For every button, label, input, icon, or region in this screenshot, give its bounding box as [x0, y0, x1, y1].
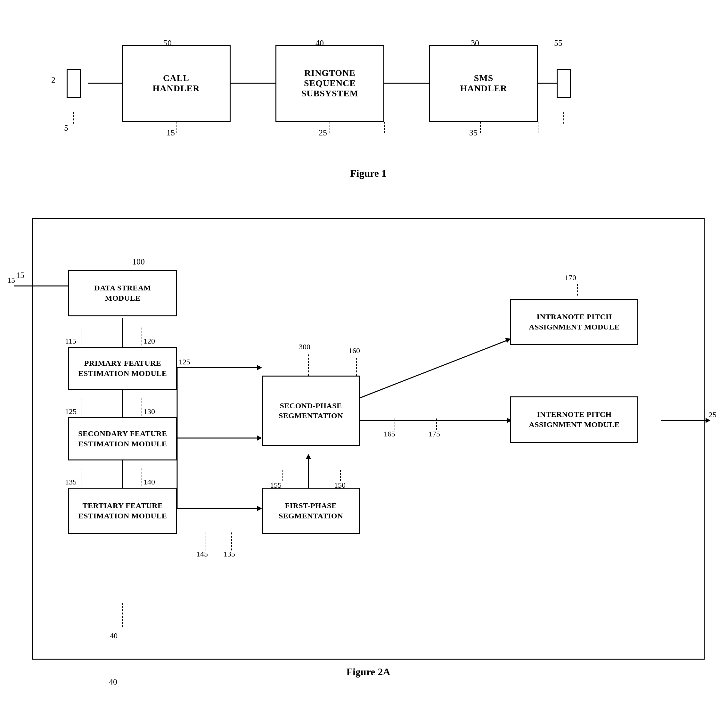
- ref-15: 15: [166, 128, 175, 138]
- svg-marker-40: [257, 506, 262, 511]
- primary-label: PRIMARY FEATUREESTIMATION MODULE: [79, 358, 167, 378]
- svg-marker-46: [306, 454, 311, 459]
- svg-text:145: 145: [196, 550, 208, 558]
- first-phase-segmentation: FIRST-PHASESEGMENTATION: [262, 488, 359, 534]
- internote-label: INTERNOTE PITCHASSIGNMENT MODULE: [529, 410, 619, 429]
- data-stream-label: DATA STREAMMODULE: [94, 283, 151, 303]
- svg-text:130: 130: [143, 407, 155, 416]
- fig2-ref-40: 40: [109, 677, 117, 687]
- ref-2: 2: [51, 75, 56, 85]
- svg-text:160: 160: [349, 347, 360, 355]
- svg-text:165: 165: [384, 430, 395, 438]
- svg-marker-35: [257, 365, 262, 370]
- svg-text:115: 115: [65, 337, 76, 345]
- svg-marker-68: [705, 418, 710, 423]
- svg-text:120: 120: [143, 337, 155, 345]
- svg-text:15: 15: [8, 276, 15, 284]
- intranote-label: INTRANOTE PITCHASSIGNMENT MODULE: [529, 312, 619, 332]
- svg-marker-38: [257, 436, 262, 440]
- second-phase-label: SECOND-PHASESEGMENTATION: [279, 401, 343, 421]
- internote-pitch-module: INTERNOTE PITCHASSIGNMENT MODULE: [510, 397, 638, 443]
- svg-text:135: 135: [65, 478, 77, 486]
- primary-feature-module: PRIMARY FEATUREESTIMATION MODULE: [68, 347, 177, 390]
- ref-35: 35: [469, 128, 477, 138]
- fig1-sms-handler-label: SMS HANDLER: [460, 73, 507, 94]
- fig1-call-handler-box: CALL HANDLER: [122, 45, 231, 122]
- figure2a-container: 115 120 125 130 135: [32, 218, 705, 659]
- fig1-sms-handler-box: SMS HANDLER: [429, 45, 538, 122]
- secondary-label: SECONDARY FEATUREESTIMATION MODULE: [78, 429, 167, 449]
- ref-25: 25: [319, 128, 327, 138]
- svg-text:300: 300: [299, 342, 310, 351]
- svg-text:170: 170: [565, 273, 576, 282]
- data-stream-module: DATA STREAMMODULE: [68, 270, 177, 316]
- svg-line-51: [359, 340, 507, 398]
- figure2a-inner: 115 120 125 130 135: [33, 219, 704, 659]
- fig1-input-box: [66, 69, 81, 98]
- figure1-container: CALL HANDLER RINGTONE SEQUENCE SUBSYSTEM…: [32, 26, 705, 186]
- fig1-call-handler-label: CALL HANDLER: [153, 73, 199, 94]
- svg-text:175: 175: [429, 430, 440, 438]
- svg-text:25: 25: [709, 410, 716, 419]
- svg-text:125: 125: [65, 407, 77, 416]
- fig1-ringtone-box: RINGTONE SEQUENCE SUBSYSTEM: [275, 45, 384, 122]
- second-phase-segmentation: SECOND-PHASESEGMENTATION: [262, 376, 359, 446]
- svg-text:125: 125: [179, 358, 190, 366]
- fig1-output-box: [557, 69, 571, 98]
- svg-text:140: 140: [143, 478, 155, 486]
- ref-100: 100: [132, 257, 145, 267]
- tertiary-feature-module: TERTIARY FEATUREESTIMATION MODULE: [68, 488, 177, 534]
- svg-text:135: 135: [224, 550, 235, 558]
- fig1-ringtone-label: RINGTONE SEQUENCE SUBSYSTEM: [301, 68, 359, 99]
- ref-5: 5: [64, 123, 68, 133]
- figure1-caption: Figure 1: [350, 167, 387, 179]
- fig2-ref-15: 15: [16, 271, 24, 280]
- ref-55: 55: [554, 38, 562, 48]
- intranote-pitch-module: INTRANOTE PITCHASSIGNMENT MODULE: [510, 299, 638, 345]
- ref-50: 50: [163, 38, 172, 48]
- first-phase-label: FIRST-PHASESEGMENTATION: [279, 501, 343, 520]
- ref-30: 30: [471, 38, 479, 48]
- ref-40: 40: [316, 38, 324, 48]
- svg-text:40: 40: [110, 631, 118, 640]
- tertiary-label: TERTIARY FEATUREESTIMATION MODULE: [79, 501, 167, 520]
- secondary-feature-module: SECONDARY FEATUREESTIMATION MODULE: [68, 417, 177, 460]
- figure2a-caption: Figure 2A: [346, 666, 390, 678]
